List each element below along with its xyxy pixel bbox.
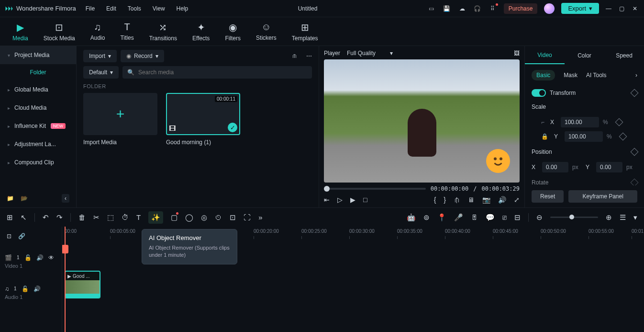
tab-media[interactable]: ▶Media bbox=[10, 20, 31, 44]
prop-sub-mask[interactable]: Mask bbox=[564, 72, 577, 79]
prop-tab-color[interactable]: Color bbox=[565, 47, 604, 64]
split-icon[interactable]: ✂ bbox=[93, 213, 100, 222]
ai-object-remover-icon[interactable]: ✨ bbox=[148, 211, 163, 224]
tab-effects[interactable]: ✦Effects bbox=[189, 20, 212, 44]
text-icon[interactable]: T bbox=[136, 213, 141, 221]
sidebar-influence-kit[interactable]: ▸Influence KitNEW bbox=[0, 117, 76, 135]
cursor-icon[interactable]: ↖ bbox=[21, 213, 27, 222]
preview-viewport[interactable] bbox=[324, 59, 520, 183]
close-icon[interactable]: ✕ bbox=[633, 5, 639, 12]
layout-icon[interactable]: ⊞ bbox=[7, 213, 13, 222]
zoom-in-icon[interactable]: ⊕ bbox=[606, 213, 612, 222]
prev-frame-icon[interactable]: ⇤ bbox=[324, 196, 330, 204]
new-bin-icon[interactable]: 📂 bbox=[21, 195, 28, 202]
sort-dropdown[interactable]: Default▾ bbox=[83, 66, 119, 79]
play-forward-icon[interactable]: ▶ bbox=[350, 196, 355, 204]
volume-icon[interactable]: 🔊 bbox=[498, 196, 506, 204]
maximize-icon[interactable]: ▢ bbox=[619, 5, 626, 12]
keyframe-diamond-icon[interactable] bbox=[631, 148, 639, 156]
menu-help[interactable]: Help bbox=[177, 5, 189, 12]
eye-icon[interactable]: 👁 bbox=[48, 254, 54, 261]
prop-tab-video[interactable]: Video bbox=[525, 47, 565, 64]
quality-dropdown[interactable]: Full Quality▾ bbox=[347, 50, 393, 57]
pos-x-input[interactable] bbox=[542, 162, 568, 172]
tab-stickers[interactable]: ☺Stickers bbox=[253, 20, 279, 43]
play-icon[interactable]: ▷ bbox=[337, 196, 343, 204]
tab-filters[interactable]: ◉Filters bbox=[222, 20, 244, 44]
crop-icon[interactable]: ⬚ bbox=[107, 213, 114, 222]
search-input[interactable] bbox=[138, 69, 307, 76]
snapshot-icon[interactable]: 🖼 bbox=[514, 50, 520, 57]
lock-icon[interactable]: 🔓 bbox=[24, 254, 32, 261]
device-icon[interactable]: ▭ bbox=[427, 4, 436, 13]
timeline-settings-icon[interactable]: ▾ bbox=[633, 213, 637, 222]
purchase-button[interactable]: Purchase bbox=[504, 3, 538, 14]
apps-icon[interactable]: ⠿ bbox=[489, 4, 497, 13]
menu-file[interactable]: File bbox=[86, 5, 95, 12]
markers-icon[interactable]: ⫛ bbox=[454, 196, 460, 204]
camera-icon[interactable]: 📷 bbox=[482, 196, 490, 204]
tab-audio[interactable]: ♫Audio bbox=[88, 20, 108, 43]
mic-icon[interactable]: 🎤 bbox=[454, 213, 463, 222]
collapse-sidebar-icon[interactable]: ‹ bbox=[62, 194, 69, 203]
timeline-clip[interactable]: ▶Good ... bbox=[65, 271, 100, 298]
lock-icon[interactable]: 🔓 bbox=[22, 286, 29, 292]
track3-icon[interactable]: ⊡ bbox=[230, 213, 236, 222]
keyframe-diamond-icon[interactable] bbox=[619, 133, 627, 141]
timer-icon[interactable]: ⏲ bbox=[215, 213, 222, 221]
media-clip[interactable]: 00:00:11 🎞 ✓ Good morning (1) bbox=[166, 93, 240, 146]
mixer-icon[interactable]: 🎚 bbox=[471, 213, 478, 221]
audio-track-lane[interactable] bbox=[62, 301, 644, 332]
scale-y-input[interactable] bbox=[565, 131, 603, 142]
keyframe-diamond-icon[interactable] bbox=[631, 179, 639, 185]
playback-slider[interactable] bbox=[324, 188, 426, 190]
mute-icon[interactable]: 🔊 bbox=[36, 254, 44, 261]
marker-icon[interactable]: 📍 bbox=[437, 213, 446, 222]
tab-transitions[interactable]: ⤮Transitions bbox=[146, 20, 180, 44]
chevron-right-icon[interactable]: › bbox=[635, 72, 637, 79]
timeline-view-icon[interactable]: ☰ bbox=[620, 213, 626, 222]
video-track-header[interactable]: 🎬1 🔓 🔊 👁 Video 1 bbox=[0, 246, 62, 277]
reset-button[interactable]: Reset bbox=[532, 190, 564, 203]
frame-icon[interactable]: ▢ bbox=[171, 213, 178, 222]
fit-icon[interactable]: ⛶ bbox=[244, 213, 251, 221]
record-dropdown[interactable]: ◉Record▾ bbox=[121, 50, 164, 62]
video-track-lane[interactable]: ▶Good ... bbox=[62, 270, 644, 301]
save-icon[interactable]: 💾 bbox=[443, 4, 451, 13]
minimize-icon[interactable]: — bbox=[606, 5, 612, 12]
more-icon[interactable]: ⋯ bbox=[306, 53, 312, 59]
filter-icon[interactable]: ⫙ bbox=[292, 53, 298, 59]
track1-icon[interactable]: ◯ bbox=[185, 213, 193, 222]
more-icon[interactable]: » bbox=[258, 213, 262, 221]
keyframe-diamond-icon[interactable] bbox=[631, 89, 639, 97]
sidebar-compound-clip[interactable]: ▸Compound Clip bbox=[0, 153, 76, 172]
tab-templates[interactable]: ⊞Templates bbox=[289, 20, 321, 44]
render-icon[interactable]: ⎚ bbox=[502, 213, 507, 221]
mute-icon[interactable]: 🔊 bbox=[33, 286, 41, 292]
sidebar-global-media[interactable]: ▸Global Media bbox=[0, 80, 76, 99]
zoom-slider[interactable] bbox=[550, 217, 598, 218]
keyframe-panel-button[interactable]: Keyframe Panel bbox=[568, 190, 637, 203]
redo-icon[interactable]: ↷ bbox=[56, 213, 63, 222]
new-folder-icon[interactable]: 📁 bbox=[7, 195, 14, 202]
speed-icon[interactable]: ⏱ bbox=[122, 213, 129, 221]
keyframe-diamond-icon[interactable] bbox=[615, 118, 623, 126]
display-icon[interactable]: 🖥 bbox=[468, 196, 475, 204]
link-icon[interactable]: 🔗 bbox=[18, 233, 25, 240]
sidebar-adjustment-layer[interactable]: ▸Adjustment La... bbox=[0, 135, 76, 153]
zoom-out-icon[interactable]: ⊖ bbox=[536, 213, 543, 222]
user-avatar[interactable] bbox=[544, 3, 555, 14]
mark-in-icon[interactable]: { bbox=[434, 196, 436, 204]
delete-icon[interactable]: 🗑 bbox=[78, 213, 86, 221]
prop-sub-ai-tools[interactable]: AI Tools bbox=[586, 72, 606, 79]
menu-tools[interactable]: Tools bbox=[128, 5, 141, 12]
sidebar-project-media[interactable]: ▾Project Media bbox=[0, 46, 76, 64]
track2-icon[interactable]: ◎ bbox=[201, 213, 207, 222]
tab-stock-media[interactable]: ⊡Stock Media bbox=[41, 20, 78, 44]
tab-titles[interactable]: TTitles bbox=[117, 20, 136, 43]
fullscreen-icon[interactable]: ⤢ bbox=[514, 196, 520, 204]
sidebar-cloud-media[interactable]: ▸Cloud Media bbox=[0, 99, 76, 117]
timeline-options-icon[interactable]: ⊡ bbox=[7, 233, 11, 240]
sidebar-folder[interactable]: Folder bbox=[0, 64, 76, 80]
undo-icon[interactable]: ↶ bbox=[43, 213, 49, 222]
